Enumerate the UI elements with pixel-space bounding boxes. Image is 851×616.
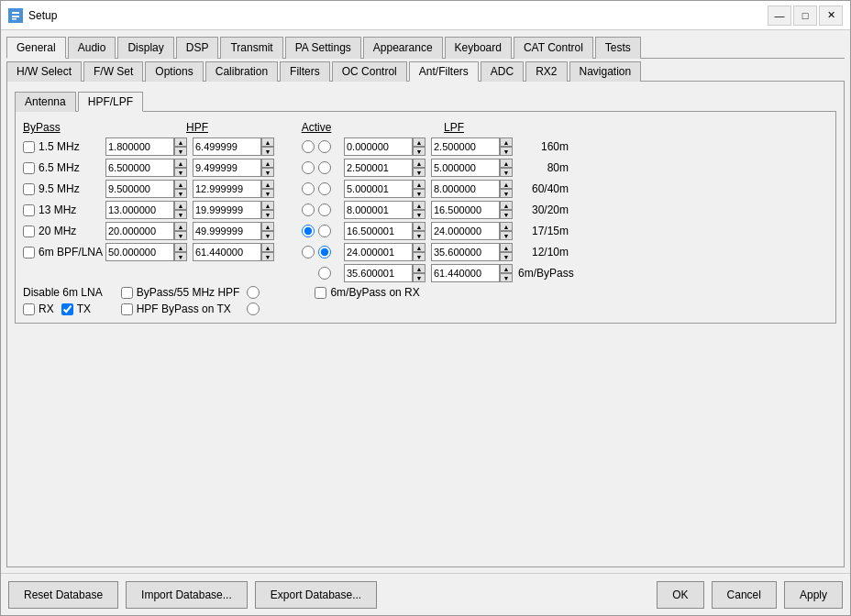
lpf-high-3[interactable]	[431, 180, 500, 198]
bypass-on-rx-checkbox[interactable]	[315, 287, 326, 299]
minimize-button[interactable]: —	[768, 6, 791, 26]
sub-tab-ant-filters[interactable]: Ant/Filters	[409, 61, 479, 82]
hpf-high-1[interactable]	[193, 138, 261, 156]
radio-hpf-6[interactable]	[302, 246, 315, 258]
lpf-high-2-up[interactable]: ▲	[500, 159, 513, 168]
rx-checkbox[interactable]	[23, 303, 35, 315]
inner-tab-antenna[interactable]: Antenna	[15, 92, 76, 112]
hpf-high-1-up[interactable]: ▲	[261, 138, 274, 147]
side-radio-2[interactable]	[247, 302, 260, 315]
radio-hpf-3[interactable]	[302, 182, 315, 195]
hpf-low-3-down[interactable]: ▼	[174, 189, 187, 198]
lpf-high-3-down[interactable]: ▼	[500, 189, 513, 198]
lpf-low-4-up[interactable]: ▲	[413, 201, 426, 210]
hpf-high-2-down[interactable]: ▼	[261, 168, 274, 177]
hpf-high-5-up[interactable]: ▲	[261, 222, 274, 231]
lpf-low-1-up[interactable]: ▲	[413, 138, 426, 147]
bypass-check-1[interactable]	[23, 141, 35, 153]
hpf-low-5[interactable]	[105, 222, 174, 240]
lpf-low-3[interactable]	[344, 180, 413, 198]
tab-transmit[interactable]: Transmit	[220, 37, 282, 59]
lpf-low-6[interactable]	[344, 243, 413, 261]
hpf-low-5-down[interactable]: ▼	[174, 231, 187, 240]
lpf-high-2-down[interactable]: ▼	[500, 168, 513, 177]
tab-tests[interactable]: Tests	[595, 37, 641, 59]
tab-display[interactable]: Display	[117, 37, 173, 59]
sub-tab-oc-control[interactable]: OC Control	[332, 61, 407, 82]
lpf-high-4[interactable]	[431, 201, 500, 219]
hpf-high-4-up[interactable]: ▲	[261, 201, 274, 210]
bypass-check-2[interactable]	[23, 162, 35, 174]
lpf-high-7[interactable]	[431, 264, 500, 282]
lpf-high-1-up[interactable]: ▲	[500, 138, 513, 147]
tab-general[interactable]: General	[6, 37, 66, 59]
close-button[interactable]: ✕	[819, 6, 843, 26]
hpf-high-2[interactable]	[193, 159, 261, 177]
bypass-check-6[interactable]	[23, 247, 35, 258]
maximize-button[interactable]: □	[793, 6, 817, 26]
lpf-low-7-down[interactable]: ▼	[413, 273, 426, 282]
sub-tab-navigation[interactable]: Navigation	[569, 61, 642, 82]
hpf-low-6-up[interactable]: ▲	[174, 243, 187, 252]
hpf-low-3-up[interactable]: ▲	[174, 180, 187, 189]
bypass-check-4[interactable]	[23, 204, 35, 216]
lpf-low-3-up[interactable]: ▲	[413, 180, 426, 189]
radio-lpf-5[interactable]	[318, 225, 331, 237]
sub-tab-rx2[interactable]: RX2	[525, 61, 567, 82]
hpf-low-1[interactable]	[105, 138, 174, 156]
hpf-low-1-up[interactable]: ▲	[174, 138, 187, 147]
hpf-low-2[interactable]	[105, 159, 174, 177]
lpf-high-7-down[interactable]: ▼	[500, 273, 513, 282]
sub-tab-fw-set[interactable]: F/W Set	[83, 61, 143, 82]
sub-tab-filters[interactable]: Filters	[280, 61, 330, 82]
lpf-low-7-up[interactable]: ▲	[413, 264, 426, 273]
tab-audio[interactable]: Audio	[68, 37, 116, 59]
tab-keyboard[interactable]: Keyboard	[445, 37, 512, 59]
lpf-high-4-up[interactable]: ▲	[500, 201, 513, 210]
sub-tab-calibration[interactable]: Calibration	[205, 61, 278, 82]
lpf-high-7-up[interactable]: ▲	[500, 264, 513, 273]
tab-appearance[interactable]: Appearance	[363, 37, 443, 59]
radio-hpf-4[interactable]	[302, 204, 315, 216]
tab-cat-control[interactable]: CAT Control	[514, 37, 593, 59]
hpf-high-3-down[interactable]: ▼	[261, 189, 274, 198]
lpf-low-6-up[interactable]: ▲	[413, 243, 426, 252]
radio-lpf-4[interactable]	[318, 204, 331, 216]
lpf-high-5[interactable]	[431, 222, 500, 240]
hpf-high-6-up[interactable]: ▲	[261, 243, 274, 252]
lpf-low-7[interactable]	[344, 264, 413, 282]
lpf-high-6-up[interactable]: ▲	[500, 243, 513, 252]
lpf-high-4-down[interactable]: ▼	[500, 210, 513, 219]
radio-lpf-1[interactable]	[318, 140, 331, 153]
bypass-check-3[interactable]	[23, 183, 35, 195]
lpf-low-1-down[interactable]: ▼	[413, 147, 426, 156]
export-db-button[interactable]: Export Database...	[255, 581, 377, 609]
lpf-low-3-down[interactable]: ▼	[413, 189, 426, 198]
tx-checkbox[interactable]	[61, 303, 73, 315]
hpf-low-1-down[interactable]: ▼	[174, 147, 187, 156]
hpf-bypass-tx-checkbox[interactable]	[121, 303, 133, 315]
hpf-low-6[interactable]	[105, 243, 174, 261]
hpf-low-5-up[interactable]: ▲	[174, 222, 187, 231]
hpf-low-2-up[interactable]: ▲	[174, 159, 187, 168]
lpf-low-2[interactable]	[344, 159, 413, 177]
sub-tab-hw-select[interactable]: H/W Select	[6, 61, 82, 82]
sub-tab-adc[interactable]: ADC	[481, 61, 524, 82]
lpf-high-6-down[interactable]: ▼	[500, 252, 513, 261]
apply-button[interactable]: Apply	[784, 581, 843, 609]
hpf-low-6-down[interactable]: ▼	[174, 252, 187, 261]
hpf-high-5-down[interactable]: ▼	[261, 231, 274, 240]
hpf-low-2-down[interactable]: ▼	[174, 168, 187, 177]
ok-button[interactable]: OK	[657, 581, 703, 609]
lpf-high-2[interactable]	[431, 159, 500, 177]
hpf-high-5[interactable]	[193, 222, 261, 240]
lpf-low-1[interactable]	[344, 138, 413, 156]
lpf-high-1-down[interactable]: ▼	[500, 147, 513, 156]
lpf-low-5-down[interactable]: ▼	[413, 231, 426, 240]
lpf-high-5-up[interactable]: ▲	[500, 222, 513, 231]
bypass-check-5[interactable]	[23, 226, 35, 237]
inner-tab-hpf-lpf[interactable]: HPF/LPF	[78, 92, 143, 112]
hpf-high-1-down[interactable]: ▼	[261, 147, 274, 156]
hpf-low-4[interactable]	[105, 201, 174, 219]
cancel-button[interactable]: Cancel	[712, 581, 777, 609]
